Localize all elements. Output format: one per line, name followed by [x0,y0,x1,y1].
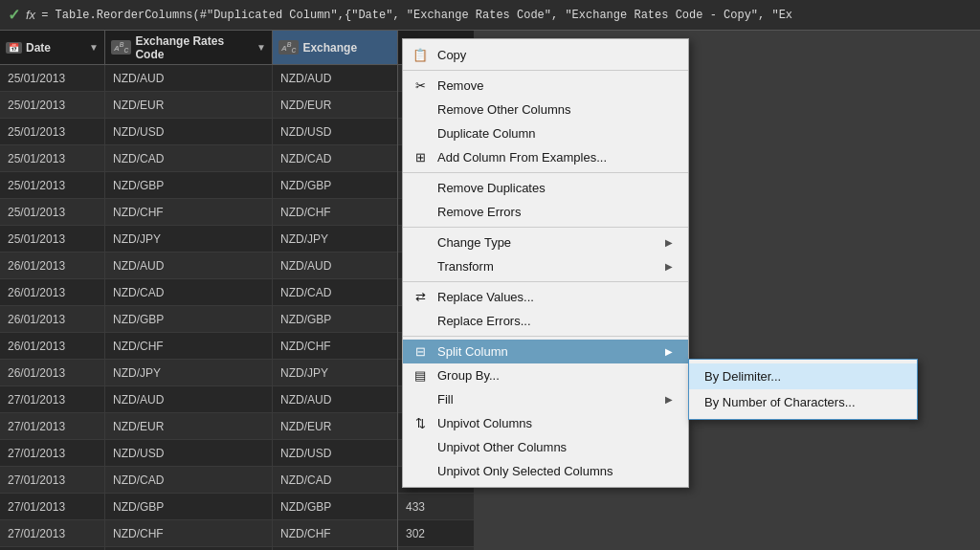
cell-exchange: NZD/CHF [273,520,402,546]
menu-item-split-column[interactable]: ⊟Split Column▶ [403,340,688,363]
menu-item-label: Copy [437,48,466,62]
submenu-item-by-delimiter[interactable]: By Delimiter... [689,363,917,389]
cell-date: 27/01/2013 [0,520,105,546]
table-row[interactable]: 26/01/2013 NZD/JPY NZD/JPY [0,360,402,386]
formula-check[interactable]: ✓ [8,6,20,24]
cell-code: NZD/USD [105,440,273,466]
menu-icon-group-by: ▤ [411,368,430,383]
cell-date: 26/01/2013 [0,306,105,332]
cell-exchange: NZD/CHF [273,199,402,225]
cell-exchange: NZD/EUR [273,413,402,439]
table-row[interactable]: 27/01/2013 NZD/EUR NZD/EUR [0,413,402,440]
cell-code: NZD/GBP [105,306,273,332]
cell-exchange: NZD/USD [273,119,402,144]
menu-item-label: Remove Duplicates [437,181,546,195]
table-row[interactable]: 25/01/2013 NZD/AUD NZD/AUD [0,65,402,92]
code-type-icon: ABC [111,40,131,55]
table-row[interactable]: 27/01/2013 NZD/USD NZD/USD [0,440,402,467]
table-row[interactable]: 25/01/2013 NZD/CHF NZD/CHF [0,199,402,226]
cell-code: NZD/JPY [105,226,273,252]
date-filter-icon[interactable]: ▼ [89,42,99,53]
table-row[interactable]: 26/01/2013 NZD/CHF NZD/CHF [0,333,402,360]
col-header-exchange[interactable]: ABC Exchange [273,31,402,64]
cell-date: 25/01/2013 [0,172,105,198]
menu-item-label: Group By... [437,368,500,383]
col-header-code-label: Exchange Rates Code [135,34,253,61]
menu-item-label: Remove Other Columns [437,102,570,117]
menu-item-replace-errors[interactable]: Replace Errors... [403,309,688,333]
table-row[interactable]: 26/01/2013 NZD/AUD NZD/AUD [0,253,402,279]
menu-item-remove-other-columns[interactable]: Remove Other Columns [403,98,688,121]
cell-date: 26/01/2013 [0,253,105,278]
menu-item-remove-duplicates[interactable]: Remove Duplicates [403,176,688,200]
menu-item-remove-errors[interactable]: Remove Errors [403,200,688,224]
menu-item-group-by[interactable]: ▤Group By... [403,363,688,387]
table-row[interactable]: 26/01/2013 NZD/CAD NZD/CAD [0,279,402,306]
cell-code: NZD/CAD [105,279,273,305]
table-row[interactable]: 27/01/2013 NZD/AUD NZD/AUD [0,386,402,413]
table-row[interactable]: 25/01/2013 NZD/CAD NZD/CAD [0,145,402,172]
menu-item-label: Duplicate Column [437,126,536,141]
table-row[interactable]: 25/01/2013 NZD/USD NZD/USD [0,119,402,145]
col-header-exchange-label: Exchange [302,41,357,55]
menu-separator [403,70,688,71]
cell-code: NZD/CHF [105,520,273,546]
cell-date: 25/01/2013 [0,226,105,252]
menu-arrow-change-type: ▶ [665,237,673,248]
cell-code: NZD/EUR [105,413,273,439]
context-menu: 📋Copy✂RemoveRemove Other ColumnsDuplicat… [402,38,689,488]
cell-code: NZD/GBP [105,172,273,198]
cell-date: 25/01/2013 [0,65,105,91]
cell-code: NZD/CAD [105,467,273,493]
menu-item-unpivot-columns[interactable]: ⇅Unpivot Columns [403,411,688,435]
menu-item-duplicate-column[interactable]: Duplicate Column [403,121,688,145]
submenu-item-by-number[interactable]: By Number of Characters... [689,389,917,415]
col-header-date-label: Date [26,41,51,55]
col-header-code[interactable]: ABC Exchange Rates Code ▼ [105,31,273,64]
col-header-date[interactable]: 📅 Date ▼ [0,31,105,64]
table-row[interactable]: 27/01/2013 NZD/GBP NZD/GBP [0,494,402,520]
cell-code: NZD/JPY [105,360,273,385]
cell-exchange: NZD/GBP [273,306,402,332]
table-row[interactable]: 27/01/2013 NZD/CAD NZD/CAD [0,467,402,494]
menu-item-unpivot-other[interactable]: Unpivot Other Columns [403,435,688,459]
menu-separator [403,336,688,337]
menu-item-change-type[interactable]: Change Type▶ [403,231,688,254]
menu-item-unpivot-selected[interactable]: Unpivot Only Selected Columns [403,459,688,483]
cell-date: 26/01/2013 [0,360,105,385]
menu-item-replace-values[interactable]: ⇄Replace Values... [403,285,688,309]
cell-code: NZD/USD [105,119,273,144]
menu-arrow-fill: ▶ [665,394,673,405]
data-rows: 25/01/2013 NZD/AUD NZD/AUD 25/01/2013 NZ… [0,65,402,550]
menu-icon-split-column: ⊟ [411,344,430,359]
cell-date: 26/01/2013 [0,333,105,359]
formula-bar: ✓ fx = Table.ReorderColumns(#"Duplicated… [0,0,980,31]
menu-separator [403,281,688,282]
menu-item-remove[interactable]: ✂Remove [403,74,688,98]
cell-num: 433 [398,494,474,520]
cell-exchange: NZD/JPY [273,226,402,252]
cell-exchange: NZD/GBP [273,172,402,198]
cell-exchange: NZD/JPY [273,360,402,385]
table-row[interactable]: 25/01/2013 NZD/EUR NZD/EUR [0,92,402,119]
menu-item-label: Fill [437,392,454,407]
menu-item-fill[interactable]: Fill▶ [403,387,688,411]
cell-exchange: NZD/AUD [273,386,402,412]
menu-separator [403,172,688,173]
formula-text: = Table.ReorderColumns(#"Duplicated Colu… [41,9,792,22]
cell-date: 27/01/2013 [0,494,105,519]
table-row[interactable]: 27/01/2013 NZD/CHF NZD/CHF [0,520,402,547]
menu-item-add-column-examples[interactable]: ⊞Add Column From Examples... [403,145,688,169]
menu-item-label: Transform [437,259,494,274]
table-row[interactable]: 25/01/2013 NZD/GBP NZD/GBP [0,172,402,199]
exchange-type-icon: ABC [278,40,299,55]
menu-item-transform[interactable]: Transform▶ [403,254,688,278]
table-row[interactable]: 26/01/2013 NZD/GBP NZD/GBP [0,306,402,333]
cell-code: NZD/AUD [105,253,273,278]
table-row[interactable]: 25/01/2013 NZD/JPY NZD/JPY [0,226,402,253]
menu-item-label: Split Column [437,344,508,359]
cell-date: 27/01/2013 [0,440,105,466]
menu-item-label: Change Type [437,235,511,250]
menu-item-copy[interactable]: 📋Copy [403,43,688,67]
code-filter-icon[interactable]: ▼ [256,42,266,53]
